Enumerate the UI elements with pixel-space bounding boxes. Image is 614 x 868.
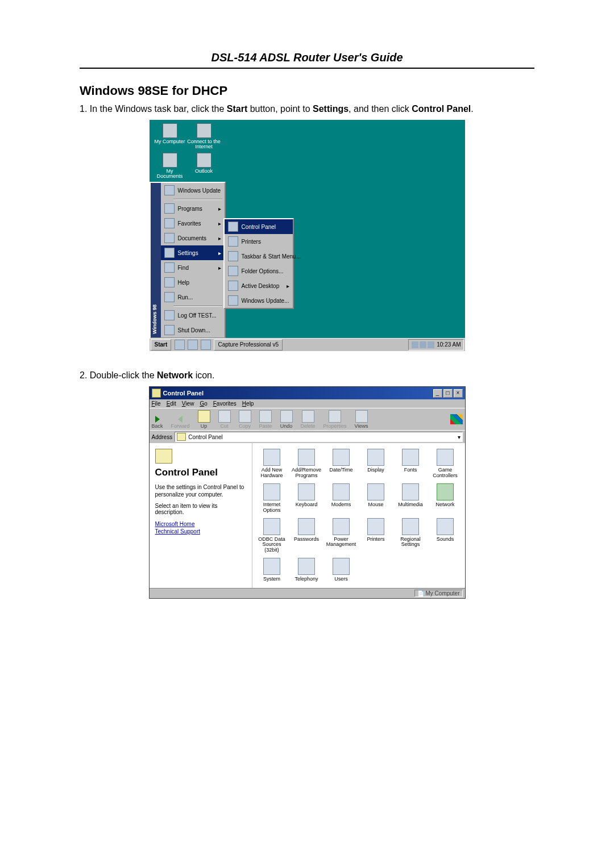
content-area: Control Panel Use the settings in Contro… [150,443,465,588]
address-field[interactable]: Control Panel ▾ [175,432,462,442]
toolbar-views-button[interactable]: Views [355,410,368,429]
settings-submenu-item[interactable]: Printers [225,234,293,249]
link-microsoft-home[interactable]: Microsoft Home [155,521,246,527]
desktop-icon-outlook[interactable]: Outlook [187,153,221,174]
control-panel-item-odbc-data-sources-32bit-[interactable]: ODBC Data Sources (32bit) [256,518,288,554]
control-panel-item-network[interactable]: Network [429,483,462,514]
minimize-button[interactable]: _ [433,389,442,398]
menu-favorites[interactable]: Favorites [213,400,237,407]
menu-view[interactable]: View [182,400,194,407]
menu-item-label: Help [178,279,190,286]
close-button[interactable]: × [454,389,463,398]
settings-submenu-item[interactable]: Windows Update... [225,293,293,308]
start-menu-item[interactable]: Documents▸ [161,231,225,245]
address-label: Address [152,434,173,440]
control-panel-item-mouse[interactable]: Mouse [360,483,392,514]
submenu-arrow-icon: ▸ [287,283,289,289]
menu-go[interactable]: Go [200,400,207,407]
dropdown-arrow-icon[interactable]: ▾ [458,434,460,440]
control-panel-item-label: ODBC Data Sources (32bit) [256,537,288,554]
toolbar-back-button[interactable]: Back [152,412,163,429]
control-panel-item-regional-settings[interactable]: Regional Settings [395,518,427,554]
menu-help[interactable]: Help [242,400,254,407]
desktop-icon-my-computer[interactable]: My Computer [153,123,187,144]
start-menu-item[interactable]: Shut Down... [161,323,225,337]
desktop-icon-label: My Documents [153,169,187,180]
step-2-text-b: icon. [193,370,214,380]
menu-file[interactable]: File [152,400,161,407]
control-panel-item-label: Modems [325,502,358,508]
step-2-bold-network: Network [157,370,193,380]
menu-item-label: Run... [178,294,193,301]
regional-settings-icon [402,518,419,535]
menu-item-icon [164,292,175,302]
paste-icon [259,410,272,423]
control-panel-item-display[interactable]: Display [360,449,392,479]
menu-item-icon [164,262,175,273]
desktop-icon-connect-internet[interactable]: Connect to the Internet [187,123,221,150]
desktop-icons: My Computer Connect to the Internet My D… [153,123,187,149]
delete-icon [302,410,314,423]
control-panel-item-label: Printers [360,537,392,542]
start-menu-item[interactable]: Favorites▸ [161,216,225,231]
sounds-icon [437,518,454,535]
control-panel-item-sounds[interactable]: Sounds [429,518,462,554]
control-panel-item-keyboard[interactable]: Keyboard [291,483,323,514]
control-panel-item-multimedia[interactable]: Multimedia [395,483,427,514]
menu-item-label: Documents [178,235,207,241]
start-menu-item[interactable]: Windows Update [161,183,225,198]
control-panel-icon-grid: Add New HardwareAdd/Remove ProgramsDate/… [252,443,465,588]
control-panel-item-telephony[interactable]: Telephony [291,558,323,582]
control-panel-item-users[interactable]: Users [325,558,358,582]
start-menu-item[interactable]: Programs▸ [161,201,225,216]
taskbar-button[interactable]: Capture Professional v5 [214,339,283,350]
desktop-icon-my-documents[interactable]: My Documents [153,153,187,180]
control-panel-item-label: Multimedia [395,502,427,508]
submenu-arrow-icon: ▸ [218,206,221,212]
control-panel-large-icon [155,449,172,464]
quicklaunch-icon[interactable] [175,340,185,350]
windows-flag-icon [450,414,463,424]
tray-icon[interactable] [412,341,418,348]
add-remove-programs-icon [298,449,315,466]
menu-edit[interactable]: Edit [167,400,176,407]
control-panel-item-add-remove-programs[interactable]: Add/Remove Programs [291,449,323,479]
settings-submenu-item[interactable]: Control Panel [225,219,293,234]
control-panel-item-game-controllers[interactable]: Game Controllers [429,449,462,479]
header-rule [80,68,534,69]
desktop-icon-label: My Computer [153,139,187,144]
toolbar-undo-button[interactable]: Undo [280,410,293,429]
control-panel-item-internet-options[interactable]: Internet Options [256,483,288,514]
tray-icon[interactable] [420,341,426,348]
menu-item-label: Control Panel [242,224,276,230]
control-panel-item-printers[interactable]: Printers [360,518,392,554]
control-panel-item-system[interactable]: System [256,558,288,582]
quicklaunch-icon[interactable] [188,340,198,350]
step-2-text-a: 2. Double-click the [80,370,157,380]
start-menu-item[interactable]: Settings▸ [161,245,225,260]
start-menu-item[interactable]: Find▸ [161,260,225,275]
settings-submenu-item[interactable]: Taskbar & Start Menu... [225,249,293,264]
start-menu-item[interactable]: Help [161,275,225,290]
control-panel-item-fonts[interactable]: Fonts [395,449,427,479]
control-panel-item-add-new-hardware[interactable]: Add New Hardware [256,449,288,479]
control-panel-item-label: Regional Settings [395,537,427,548]
control-panel-item-date-time[interactable]: Date/Time [325,449,358,479]
add-new-hardware-icon [263,449,280,466]
maximize-button[interactable]: □ [443,389,453,398]
control-panel-item-power-management[interactable]: Power Management [325,518,358,554]
start-button[interactable]: Start [151,339,172,350]
link-technical-support[interactable]: Technical Support [155,528,246,535]
window-title: Control Panel [163,390,432,397]
menu-item-icon [228,251,238,261]
settings-submenu-item[interactable]: Active Desktop▸ [225,278,293,293]
control-panel-item-modems[interactable]: Modems [325,483,358,514]
settings-submenu-item[interactable]: Folder Options... [225,264,293,278]
quicklaunch-icon[interactable] [201,340,211,350]
toolbar-label: Undo [280,423,293,429]
start-menu-item[interactable]: Run... [161,290,225,304]
start-menu-item[interactable]: Log Off TEST... [161,308,225,323]
control-panel-item-passwords[interactable]: Passwords [291,518,323,554]
tray-icon[interactable] [428,341,434,348]
toolbar-up-button[interactable]: Up [198,410,210,429]
